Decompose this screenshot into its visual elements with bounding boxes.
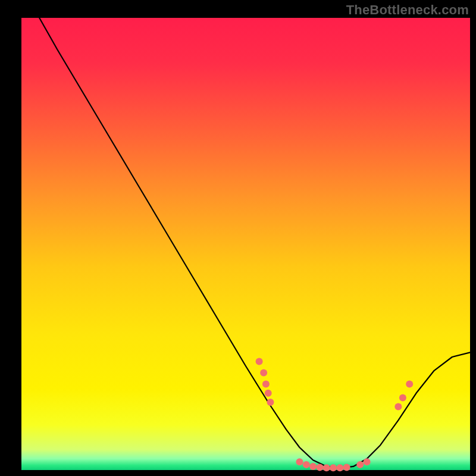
data-point — [265, 390, 272, 397]
data-point — [262, 381, 270, 388]
data-point — [336, 464, 343, 471]
data-point — [256, 358, 263, 365]
data-point — [303, 461, 310, 468]
data-point — [267, 399, 274, 406]
data-point — [330, 464, 337, 471]
data-point — [394, 403, 402, 411]
data-point — [356, 461, 364, 468]
chart-svg — [0, 0, 476, 476]
gradient-background — [21, 18, 470, 470]
data-point — [309, 463, 317, 470]
watermark: TheBottleneck.com — [346, 2, 469, 18]
data-point — [296, 458, 303, 465]
data-point — [399, 394, 406, 401]
data-point — [364, 458, 371, 465]
data-point — [343, 464, 350, 471]
chart-container: TheBottleneck.com — [0, 0, 476, 476]
data-point — [316, 464, 323, 471]
data-point — [260, 369, 267, 377]
data-point — [406, 381, 413, 388]
data-point — [323, 464, 330, 471]
